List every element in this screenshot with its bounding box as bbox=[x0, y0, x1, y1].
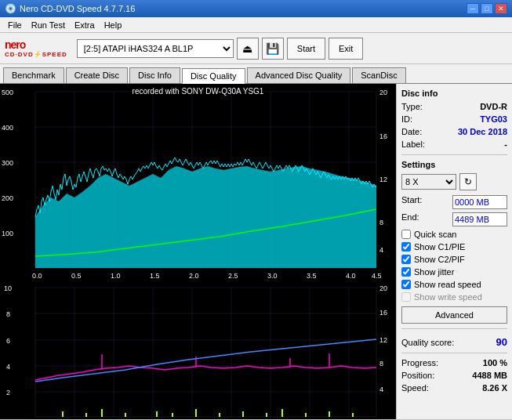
svg-text:6: 6 bbox=[6, 337, 10, 345]
chart-area: recorded with SONY DW-Q30A YSG1 bbox=[0, 84, 396, 419]
disc-type-label: Type: bbox=[401, 102, 423, 111]
menu-help[interactable]: Help bbox=[100, 19, 127, 31]
svg-text:8: 8 bbox=[379, 360, 383, 368]
quality-value: 90 bbox=[496, 336, 507, 348]
menu-extra[interactable]: Extra bbox=[70, 19, 100, 31]
svg-text:3.0: 3.0 bbox=[267, 272, 278, 280]
end-label: End: bbox=[401, 212, 419, 226]
menu-file[interactable]: File bbox=[3, 19, 27, 31]
tab-create-disc[interactable]: Create Disc bbox=[66, 67, 128, 83]
c2pif-checkbox[interactable] bbox=[401, 255, 411, 264]
nero-brand: nero bbox=[5, 38, 67, 51]
svg-text:20: 20 bbox=[379, 284, 387, 292]
refresh-button[interactable]: ↻ bbox=[459, 173, 477, 190]
quality-label: Quality score: bbox=[401, 338, 454, 347]
tab-scandisc[interactable]: ScanDisc bbox=[352, 67, 405, 83]
chart-title: recorded with SONY DW-Q30A YSG1 bbox=[133, 87, 264, 96]
svg-text:500: 500 bbox=[2, 89, 13, 96]
svg-text:1.5: 1.5 bbox=[150, 272, 160, 280]
tab-bar: Benchmark Create Disc Disc Info Disc Qua… bbox=[0, 64, 512, 84]
maximize-button[interactable]: □ bbox=[481, 3, 493, 14]
save-button[interactable]: 💾 bbox=[262, 38, 284, 60]
disc-label-row: Label: - bbox=[401, 139, 507, 149]
write-speed-label: Show write speed bbox=[414, 292, 482, 302]
svg-text:2.5: 2.5 bbox=[228, 272, 238, 280]
svg-text:400: 400 bbox=[2, 124, 13, 132]
progress-row: Progress: 100 % bbox=[401, 358, 507, 368]
svg-text:2: 2 bbox=[6, 389, 10, 396]
quick-scan-row: Quick scan bbox=[401, 230, 507, 239]
end-input[interactable] bbox=[452, 212, 507, 226]
disc-type-val: DVD-R bbox=[480, 102, 507, 111]
jitter-checkbox[interactable] bbox=[401, 267, 411, 277]
start-button[interactable]: Start bbox=[287, 38, 325, 60]
toolbar: nero CD·DVD⚡SPEED [2:5] ATAPI iHAS324 A … bbox=[0, 33, 512, 64]
write-speed-checkbox[interactable] bbox=[401, 292, 411, 302]
start-row: Start: bbox=[401, 195, 507, 209]
exit-button[interactable]: Exit bbox=[329, 38, 363, 60]
position-label: Position: bbox=[401, 371, 434, 380]
tab-disc-quality[interactable]: Disc Quality bbox=[182, 68, 245, 84]
chart-svg: 500 400 300 200 100 20 16 12 8 4 0.0 0.5… bbox=[0, 84, 396, 419]
start-label: Start: bbox=[401, 195, 422, 209]
jitter-label: Show jitter bbox=[414, 267, 454, 277]
disc-date-val: 30 Dec 2018 bbox=[458, 127, 507, 136]
speed-label: Speed: bbox=[401, 383, 429, 393]
svg-text:8: 8 bbox=[379, 219, 383, 226]
nero-logo: nero CD·DVD⚡SPEED bbox=[5, 38, 67, 58]
tab-advanced-disc-quality[interactable]: Advanced Disc Quality bbox=[247, 67, 351, 83]
disc-id-val: TYG03 bbox=[480, 114, 507, 124]
app-title: Nero CD-DVD Speed 4.7.7.16 bbox=[20, 4, 135, 13]
c1pie-checkbox[interactable] bbox=[401, 242, 411, 252]
divider-3 bbox=[401, 353, 507, 353]
svg-text:16: 16 bbox=[379, 309, 387, 317]
quality-row: Quality score: 90 bbox=[401, 336, 507, 348]
drive-select[interactable]: [2:5] ATAPI iHAS324 A BL1P bbox=[77, 39, 234, 58]
svg-text:4.0: 4.0 bbox=[346, 272, 356, 280]
minimize-button[interactable]: ─ bbox=[467, 3, 479, 14]
svg-text:10: 10 bbox=[4, 284, 12, 292]
svg-text:1.0: 1.0 bbox=[111, 272, 121, 280]
main-content: recorded with SONY DW-Q30A YSG1 bbox=[0, 84, 512, 419]
end-row: End: bbox=[401, 212, 507, 226]
start-input[interactable] bbox=[452, 195, 507, 209]
svg-text:300: 300 bbox=[2, 159, 13, 167]
disc-label-label: Label: bbox=[401, 139, 425, 149]
read-speed-checkbox[interactable] bbox=[401, 280, 411, 289]
disc-info-title: Disc info bbox=[401, 89, 507, 98]
c1pie-row: Show C1/PIE bbox=[401, 242, 507, 252]
tab-benchmark[interactable]: Benchmark bbox=[3, 67, 64, 83]
close-button[interactable]: ✕ bbox=[495, 3, 507, 14]
svg-text:8: 8 bbox=[6, 310, 10, 318]
divider-1 bbox=[401, 154, 507, 155]
speed-settings-row: 8 X ↻ bbox=[401, 173, 507, 190]
tab-disc-info[interactable]: Disc Info bbox=[129, 67, 180, 83]
write-speed-row: Show write speed bbox=[401, 292, 507, 302]
quick-scan-checkbox[interactable] bbox=[401, 230, 411, 239]
disc-date-row: Date: 30 Dec 2018 bbox=[401, 127, 507, 136]
speed-select[interactable]: 8 X bbox=[401, 174, 456, 190]
progress-label: Progress: bbox=[401, 358, 438, 368]
eject-button[interactable]: ⏏ bbox=[237, 38, 259, 60]
right-panel: Disc info Type: DVD-R ID: TYG03 Date: 30… bbox=[396, 84, 512, 419]
nero-subtitle: CD·DVD⚡SPEED bbox=[5, 51, 67, 58]
svg-text:200: 200 bbox=[2, 194, 13, 202]
svg-text:2.0: 2.0 bbox=[189, 272, 199, 280]
menu-run-test[interactable]: Run Test bbox=[27, 19, 70, 31]
settings-title: Settings bbox=[401, 160, 507, 169]
svg-text:3.5: 3.5 bbox=[307, 272, 317, 280]
disc-id-label: ID: bbox=[401, 114, 412, 124]
svg-text:16: 16 bbox=[379, 132, 387, 140]
disc-id-row: ID: TYG03 bbox=[401, 114, 507, 124]
position-row: Position: 4488 MB bbox=[401, 371, 507, 380]
disc-label-val: - bbox=[504, 139, 507, 149]
svg-text:20: 20 bbox=[379, 89, 387, 96]
jitter-row: Show jitter bbox=[401, 267, 507, 277]
disc-type-row: Type: DVD-R bbox=[401, 102, 507, 111]
progress-value: 100 % bbox=[483, 358, 507, 368]
advanced-button[interactable]: Advanced bbox=[401, 306, 507, 324]
svg-text:4: 4 bbox=[379, 246, 383, 254]
title-bar: 💿 Nero CD-DVD Speed 4.7.7.16 ─ □ ✕ bbox=[0, 0, 512, 17]
speed-row: Speed: 8.26 X bbox=[401, 383, 507, 393]
svg-text:4.5: 4.5 bbox=[372, 272, 382, 280]
